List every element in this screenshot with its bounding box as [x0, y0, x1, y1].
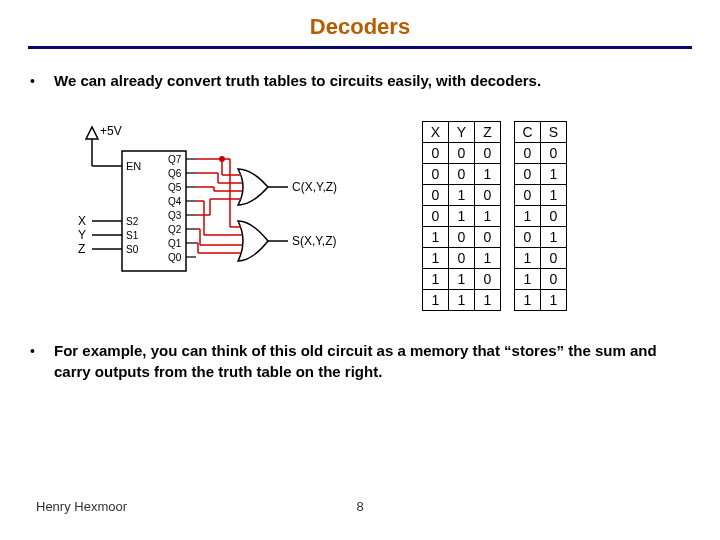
input-y: Y — [78, 228, 86, 242]
page-title: Decoders — [0, 0, 720, 46]
pin-s0: S0 — [126, 244, 139, 255]
q1: Q1 — [168, 238, 182, 249]
table-row: 01001 — [423, 185, 567, 206]
bullet-1: • We can already convert truth tables to… — [30, 71, 690, 91]
cell-gap — [501, 227, 515, 248]
cell-gap — [501, 164, 515, 185]
cell-gap — [501, 206, 515, 227]
cell: 0 — [475, 143, 501, 164]
cell: 0 — [475, 269, 501, 290]
cell-gap — [501, 185, 515, 206]
cell: 0 — [475, 185, 501, 206]
col-c: C — [515, 122, 541, 143]
table-row: 10110 — [423, 248, 567, 269]
table-row: 01110 — [423, 206, 567, 227]
cell: 1 — [449, 185, 475, 206]
cell: 1 — [515, 290, 541, 311]
cell: 0 — [515, 185, 541, 206]
footer: Henry Hexmoor 8 — [0, 499, 720, 514]
bullet-dot-icon: • — [30, 341, 54, 359]
truth-table: X Y Z C S 000000010101001011101000110110… — [422, 121, 567, 311]
bullet-dot-icon: • — [30, 71, 54, 89]
cell: 1 — [475, 164, 501, 185]
decoder-circuit-diagram: +5V EN X Y Z S2 S1 S0 Q7 Q6 Q5 Q4 Q3 Q2 … — [52, 121, 352, 301]
cell-gap — [501, 269, 515, 290]
figure-row: +5V EN X Y Z S2 S1 S0 Q7 Q6 Q5 Q4 Q3 Q2 … — [52, 121, 690, 311]
q3: Q3 — [168, 210, 182, 221]
cell: 0 — [541, 206, 567, 227]
gate-s-label: S(X,Y,Z) — [292, 234, 336, 248]
table-row: 11111 — [423, 290, 567, 311]
cell: 0 — [475, 227, 501, 248]
cell: 0 — [449, 248, 475, 269]
cell: 1 — [449, 269, 475, 290]
svg-marker-1 — [86, 127, 98, 139]
enable-label: EN — [126, 160, 141, 172]
cell: 0 — [423, 164, 449, 185]
cell: 1 — [541, 290, 567, 311]
table-row: 00000 — [423, 143, 567, 164]
cell: 1 — [515, 248, 541, 269]
cell: 0 — [449, 143, 475, 164]
cell: 1 — [475, 290, 501, 311]
input-x: X — [78, 214, 86, 228]
cell: 1 — [541, 227, 567, 248]
q7: Q7 — [168, 154, 182, 165]
cell: 0 — [515, 164, 541, 185]
q5: Q5 — [168, 182, 182, 193]
table-header-row: X Y Z C S — [423, 122, 567, 143]
q4: Q4 — [168, 196, 182, 207]
table-row: 11010 — [423, 269, 567, 290]
q2: Q2 — [168, 224, 182, 235]
cell: 1 — [475, 248, 501, 269]
bullet-2: • For example, you can think of this old… — [30, 341, 690, 382]
cell: 0 — [541, 143, 567, 164]
cell: 1 — [449, 290, 475, 311]
cell: 0 — [541, 248, 567, 269]
table-row: 00101 — [423, 164, 567, 185]
cell: 1 — [475, 206, 501, 227]
bullet-1-text: We can already convert truth tables to c… — [54, 71, 541, 91]
cell: 1 — [515, 269, 541, 290]
cell-gap — [501, 143, 515, 164]
pin-s2: S2 — [126, 216, 139, 227]
col-s: S — [541, 122, 567, 143]
cell: 1 — [541, 164, 567, 185]
cell: 0 — [449, 227, 475, 248]
cell-gap — [501, 248, 515, 269]
cell: 1 — [423, 269, 449, 290]
bullet-2-text: For example, you can think of this old c… — [54, 341, 690, 382]
input-z: Z — [78, 242, 85, 256]
content-area: • We can already convert truth tables to… — [0, 49, 720, 382]
footer-page: 8 — [356, 499, 363, 514]
cell-gap — [501, 290, 515, 311]
voltage-label: +5V — [100, 124, 122, 138]
col-gap — [501, 122, 515, 143]
pin-s1: S1 — [126, 230, 139, 241]
cell: 0 — [423, 206, 449, 227]
gate-c-label: C(X,Y,Z) — [292, 180, 337, 194]
table-row: 10001 — [423, 227, 567, 248]
cell: 1 — [423, 248, 449, 269]
col-z: Z — [475, 122, 501, 143]
col-x: X — [423, 122, 449, 143]
cell: 1 — [515, 206, 541, 227]
cell: 1 — [423, 290, 449, 311]
cell: 1 — [541, 185, 567, 206]
cell: 0 — [423, 185, 449, 206]
cell: 0 — [515, 143, 541, 164]
q6: Q6 — [168, 168, 182, 179]
cell: 1 — [449, 206, 475, 227]
cell: 0 — [449, 164, 475, 185]
cell: 0 — [423, 143, 449, 164]
q0: Q0 — [168, 252, 182, 263]
cell: 0 — [541, 269, 567, 290]
col-y: Y — [449, 122, 475, 143]
cell: 1 — [423, 227, 449, 248]
cell: 0 — [515, 227, 541, 248]
